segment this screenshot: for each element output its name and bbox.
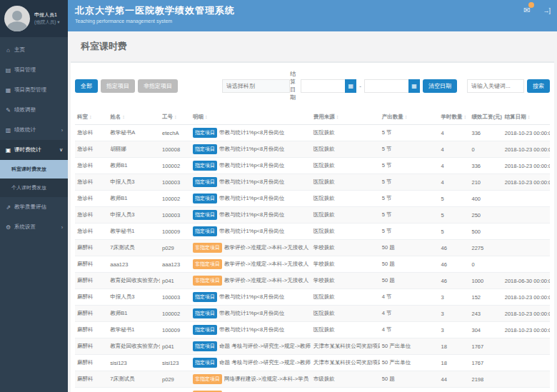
table-row[interactable]: 急诊科申报人员3100003指定项目带教与统计1%p<8月份岗位医院拨款5 节5…: [75, 207, 550, 223]
sidebar-item-performance-statistics[interactable]: ▥绩效统计›: [0, 120, 68, 140]
sort-icon[interactable]: ↕: [463, 114, 466, 119]
table-row[interactable]: 麻醉科aaa123aaa123非指定项目网络课程建设->准规定->本科->学员市…: [75, 388, 550, 392]
cell-detail: 指定项目带教与统计1%p<8月份岗位: [191, 223, 311, 240]
cell-output: 5 节: [380, 191, 439, 207]
cell-date: 2018-10-23 00:00:00: [503, 322, 550, 338]
column-header[interactable]: 明细↕: [191, 110, 311, 125]
cell-work-id: 100002: [160, 158, 191, 174]
sort-icon[interactable]: ↕: [405, 114, 408, 119]
cell-detail: 非指定项目网络课程建设->准规定->本科->学员: [191, 371, 311, 388]
sort-icon[interactable]: ↕: [528, 114, 531, 119]
department-select-input[interactable]: [222, 79, 290, 93]
table-row[interactable]: 急诊科教学秘书AetechA指定项目带教与统计1%p<8月份岗位医院拨款5 节4…: [75, 125, 550, 141]
cell-work-id: p029: [160, 240, 191, 256]
date-start-input[interactable]: [301, 79, 345, 93]
table-row[interactable]: 麻醉科教育处回收实验室办公室Ap041非指定项目教学评价->准规定->本科->无…: [75, 273, 550, 289]
cell-work-id: sisi123: [160, 355, 191, 371]
user-card[interactable]: 申报人员1 (他院人员) ▾: [0, 0, 68, 37]
sidebar-subitem-dept-class-fee[interactable]: 科室课时费发放: [0, 160, 68, 179]
cell-pay: 1000: [469, 273, 502, 289]
cell-pay: 336: [469, 125, 502, 141]
user-role-dropdown[interactable]: (他院人员) ▾: [34, 19, 59, 26]
filter-assigned-button[interactable]: 指定项目: [101, 79, 135, 93]
cell-dept: 急诊科: [75, 125, 108, 141]
sidebar-item-performance-adjustment[interactable]: ✎绩效调整: [0, 100, 68, 120]
cell-work-id: 100002: [160, 191, 191, 207]
cell-output: 5 节: [380, 125, 439, 141]
column-header[interactable]: 科室↕: [75, 110, 108, 125]
app-window: 申报人员1 (他院人员) ▾ ⌂主页▤项目管理▦项目类型管理✎绩效调整▥绩效统计…: [0, 0, 557, 392]
table-body: 急诊科教学秘书AetechA指定项目带教与统计1%p<8月份岗位医院拨款5 节4…: [75, 125, 550, 392]
date-range-label: 结算日期: [290, 70, 298, 101]
table-row[interactable]: 麻醉科aaa123aaa123非指定项目教学评价->准规定->本科->无接收人学…: [75, 256, 550, 273]
sort-icon[interactable]: ↕: [205, 114, 208, 119]
cell-hours: 46: [438, 273, 469, 289]
cell-dept: 麻醉科: [75, 273, 108, 289]
column-header[interactable]: 绩效工资(元)↕: [469, 110, 502, 125]
sort-icon[interactable]: ↕: [174, 114, 177, 119]
sidebar-item-label: 课时费统计: [14, 146, 41, 154]
app-header: 北京大学第一医院教学绩效管理系统 Teaching performance ma…: [68, 0, 557, 31]
cell-detail: 指定项目带教与统计1%p<8月份岗位: [191, 174, 311, 191]
sidebar-subitem-personal-class-fee[interactable]: 个人课时费发放: [0, 179, 68, 197]
search-input[interactable]: [467, 79, 524, 93]
cell-pay: 152: [469, 289, 502, 306]
cell-work-id: p029: [160, 371, 191, 388]
sidebar-item-home[interactable]: ⌂主页: [0, 40, 68, 60]
table-row[interactable]: 急诊科教师B1100002指定项目带教与统计1%p<8月份岗位医院拨款5 节43…: [75, 158, 550, 174]
app-subtitle: Teaching performance management system: [75, 19, 550, 24]
sidebar-item-class-fee-statistics[interactable]: ▣课时费统计∨: [0, 140, 68, 160]
message-icon[interactable]: ✉: [523, 6, 530, 15]
table-row[interactable]: 急诊科教学秘书1100009指定项目带教与统计1%p<8月份岗位医院拨款5 节5…: [75, 223, 550, 240]
table-row[interactable]: 急诊科教师B1100002指定项目带教与统计1%p<8月份岗位医院拨款5 节54…: [75, 191, 550, 207]
cell-hours: 3: [438, 289, 469, 306]
date-end-input[interactable]: [364, 79, 408, 93]
main-content: 科室课时费 全部 指定项目 非指定项目 结算日期 ▦ - ▦: [68, 31, 557, 392]
cell-name: aaa123: [108, 388, 160, 392]
table-row[interactable]: 麻醉科sisi123sisi123指定项目命题 考核与评价->研究生->规定->…: [75, 355, 550, 371]
column-header[interactable]: 产出数量↕: [380, 110, 439, 125]
project-type-badge: 非指定项目: [193, 243, 222, 253]
table-row[interactable]: 急诊科申报人员3100003指定项目带教与统计1%p<8月份岗位医院拨款5 节4…: [75, 174, 550, 191]
cell-detail: 指定项目带教与统计1%p<8月份岗位: [191, 289, 311, 306]
calendar-icon[interactable]: ▦: [408, 79, 420, 93]
cell-source: 医院拨款: [311, 223, 380, 240]
cell-dept: 急诊科: [75, 174, 108, 191]
cell-work-id: 100009: [160, 223, 191, 240]
sidebar-item-project-type-management[interactable]: ▦项目类型管理: [0, 80, 68, 100]
cell-name: 7床测试员: [108, 240, 160, 256]
table-row[interactable]: 麻醉科申报人员3100003指定项目带教与统计1%p<8月份岗位医院拨款4 节3…: [75, 289, 550, 306]
cell-pay: 500: [469, 223, 502, 240]
column-header[interactable]: 费用来源↕: [311, 110, 380, 125]
sort-icon[interactable]: ↕: [89, 114, 92, 119]
filter-all-button[interactable]: 全部: [75, 79, 98, 93]
logout-icon[interactable]: →]: [543, 7, 550, 14]
column-header[interactable]: 工号↕: [160, 110, 191, 125]
table-row[interactable]: 麻醉科教育处回收实验室办公室Ap041指定项目命题 考核与评价->研究生->规定…: [75, 338, 550, 355]
cell-date: 2018-09-10 00:00:00: [503, 388, 550, 392]
calendar-icon[interactable]: ▦: [345, 79, 356, 93]
column-header[interactable]: 结算日期↕: [503, 110, 550, 125]
table-row[interactable]: 急诊科胡丽娜100008指定项目带教与统计1%p<8月份岗位医院拨款5 节402…: [75, 141, 550, 158]
table-row[interactable]: 麻醉科7床测试员p029非指定项目网络课程建设->准规定->本科->学员市级拨款…: [75, 371, 550, 388]
cell-dept: 麻醉科: [75, 289, 108, 306]
sort-icon[interactable]: ↕: [122, 114, 125, 119]
toolbar: 全部 指定项目 非指定项目 结算日期 ▦ - ▦ 清空日期: [75, 70, 550, 101]
sidebar-item-teaching-quality-evaluation[interactable]: ⇗教学质量评估: [0, 197, 68, 217]
sort-icon[interactable]: ↕: [336, 114, 339, 119]
sidebar-item-project-management[interactable]: ▤项目管理: [0, 60, 68, 80]
cell-pay: 304: [469, 322, 502, 338]
project-type-badge: 指定项目: [193, 128, 217, 138]
clear-date-button[interactable]: 清空日期: [423, 79, 457, 93]
table-row[interactable]: 麻醉科7床测试员p029非指定项目教学评价->准规定->本科->无接收人学校拨款…: [75, 240, 550, 256]
table-row[interactable]: 麻醉科教学秘书1100009指定项目带教与统计1%p<8月份岗位医院拨款4 节3…: [75, 322, 550, 338]
column-header[interactable]: 学时数量↕: [438, 110, 469, 125]
search-button[interactable]: 搜索: [527, 79, 550, 93]
cell-output: 5 节: [380, 174, 439, 191]
column-header[interactable]: 姓名↕: [108, 110, 160, 125]
cell-source: 学校拨款: [311, 256, 380, 273]
table-row[interactable]: 麻醉科教师B1100002指定项目带教与统计1%p<8月份岗位医院拨款4 节32…: [75, 306, 550, 322]
project-type-badge: 非指定项目: [193, 374, 222, 384]
sidebar-item-system-settings[interactable]: ⚙系统设置›: [0, 217, 68, 237]
filter-unassigned-button[interactable]: 非指定项目: [138, 79, 178, 93]
